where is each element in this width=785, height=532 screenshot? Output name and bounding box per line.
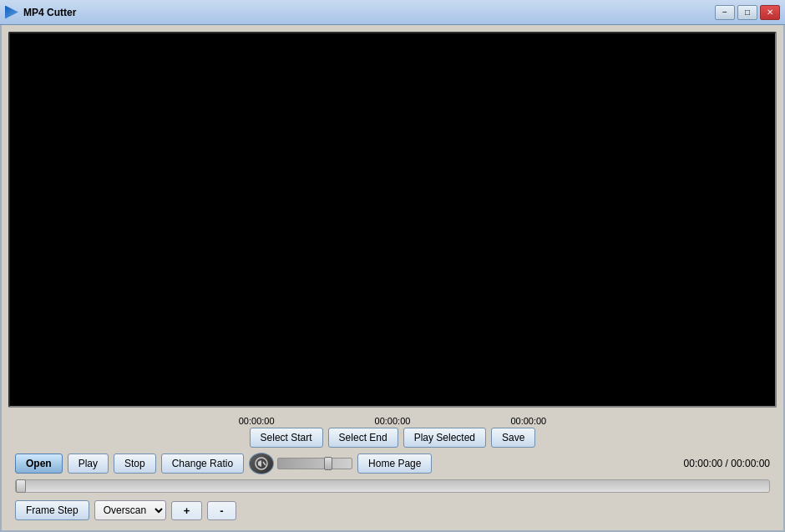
title-bar: MP4 Cutter − □ ✕	[0, 0, 785, 25]
button-row2: Open Play Stop Change Ratio Home Page 00…	[8, 453, 777, 474]
restore-button[interactable]: □	[737, 5, 757, 20]
title-bar-left: MP4 Cutter	[5, 6, 76, 19]
time-labels-row: 00:00:00 00:00:00 00:00:00	[8, 416, 777, 426]
select-end-button[interactable]: Select End	[328, 428, 398, 448]
start-time-label: 00:00:00	[239, 416, 275, 426]
end-time-label: 00:00:00	[375, 416, 411, 426]
title-text: MP4 Cutter	[23, 7, 76, 18]
playback-time-display: 00:00:00 / 00:00:00	[684, 458, 770, 469]
minus-button[interactable]: -	[207, 501, 236, 520]
volume-button[interactable]	[249, 453, 274, 474]
volume-area	[249, 453, 352, 474]
home-page-button[interactable]: Home Page	[357, 453, 432, 474]
close-button[interactable]: ✕	[760, 5, 780, 20]
slider-row	[8, 478, 777, 497]
save-button[interactable]: Save	[491, 428, 535, 448]
progress-slider[interactable]	[15, 479, 770, 493]
svg-marker-1	[258, 460, 261, 467]
frame-step-button[interactable]: Frame Step	[15, 500, 89, 520]
overscan-select[interactable]: Overscan Fit Stretch	[94, 500, 166, 520]
volume-icon	[255, 457, 268, 470]
stop-button[interactable]: Stop	[114, 453, 156, 474]
play-selected-button[interactable]: Play Selected	[403, 428, 486, 448]
video-area	[8, 32, 777, 408]
change-ratio-button[interactable]: Change Ratio	[161, 453, 244, 474]
svg-line-2	[263, 462, 266, 465]
select-start-button[interactable]: Select Start	[250, 428, 323, 448]
open-button[interactable]: Open	[15, 453, 63, 474]
minimize-button[interactable]: −	[715, 5, 735, 20]
play-button[interactable]: Play	[68, 453, 109, 474]
bottom-row: Frame Step Overscan Fit Stretch + -	[8, 500, 777, 520]
plus-button[interactable]: +	[171, 501, 203, 520]
controls-section: 00:00:00 00:00:00 00:00:00 Select Start …	[8, 413, 777, 524]
main-window: 00:00:00 00:00:00 00:00:00 Select Start …	[0, 25, 785, 532]
title-bar-buttons: − □ ✕	[715, 5, 780, 20]
selected-time-label: 00:00:00	[510, 416, 546, 426]
button-row1: Select Start Select End Play Selected Sa…	[8, 428, 777, 448]
volume-slider[interactable]	[277, 458, 352, 469]
app-icon	[5, 6, 18, 19]
